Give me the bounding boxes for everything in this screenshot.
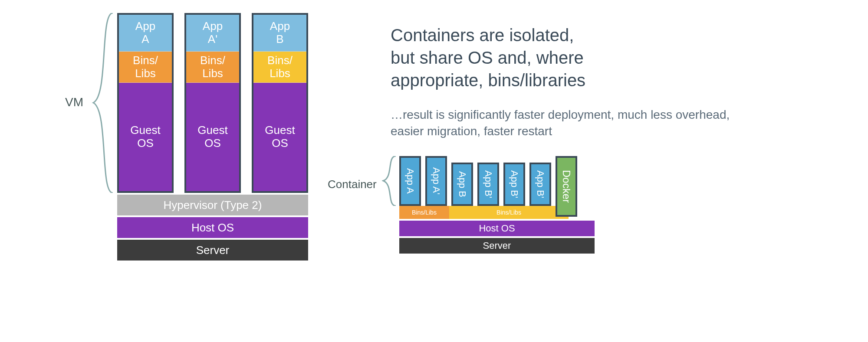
bins-libs-right: Bins/Libs — [449, 206, 569, 219]
container-app-2: App B — [451, 163, 473, 206]
vm-stack-0: AppA Bins/Libs GuestOS — [117, 13, 174, 193]
host-os-layer: Host OS — [399, 219, 595, 236]
container-app-1: App A' — [425, 156, 447, 206]
guest-os-layer: GuestOS — [253, 83, 306, 191]
container-app-0: App A — [399, 156, 421, 206]
container-app-4: App B' — [503, 163, 525, 206]
hypervisor-layer: Hypervisor (Type 2) — [117, 193, 308, 215]
server-layer: Server — [117, 238, 308, 261]
bins-layer: Bins/Libs — [186, 52, 239, 83]
guest-os-layer: GuestOS — [186, 83, 239, 191]
title-line: appropriate, bins/libraries — [391, 71, 585, 90]
vm-stack-2: AppB Bins/Libs GuestOS — [252, 13, 308, 193]
container-app-3: App B' — [477, 163, 499, 206]
vm-stack-1: AppA' Bins/Libs GuestOS — [184, 13, 241, 193]
bins-layer: Bins/Libs — [253, 52, 306, 83]
container-diagram: App A App A' App B App B' App B' App B' … — [399, 156, 595, 254]
docker-layer: Docker — [556, 156, 577, 217]
app-layer: AppA — [119, 15, 172, 52]
description-text: Containers are isolated, but share OS an… — [391, 24, 746, 140]
app-layer: AppA' — [186, 15, 239, 52]
server-layer: Server — [399, 236, 595, 254]
title-line: but share OS and, where — [391, 48, 584, 67]
brace-icon — [91, 13, 115, 193]
vm-label: VM — [65, 95, 83, 109]
title-line: Containers are isolated, — [391, 26, 574, 45]
subtitle-text: …result is significantly faster deployme… — [391, 107, 746, 140]
vm-diagram: AppA Bins/Libs GuestOS AppA' Bins/Libs G… — [117, 13, 308, 261]
guest-os-layer: GuestOS — [119, 83, 172, 191]
brace-icon — [382, 156, 397, 206]
bins-libs-left: Bins/Libs — [399, 206, 449, 219]
bins-layer: Bins/Libs — [119, 52, 172, 83]
container-label: Container — [328, 178, 377, 191]
host-os-layer: Host OS — [117, 215, 308, 238]
app-layer: AppB — [253, 15, 306, 52]
container-app-5: App B' — [529, 163, 551, 206]
